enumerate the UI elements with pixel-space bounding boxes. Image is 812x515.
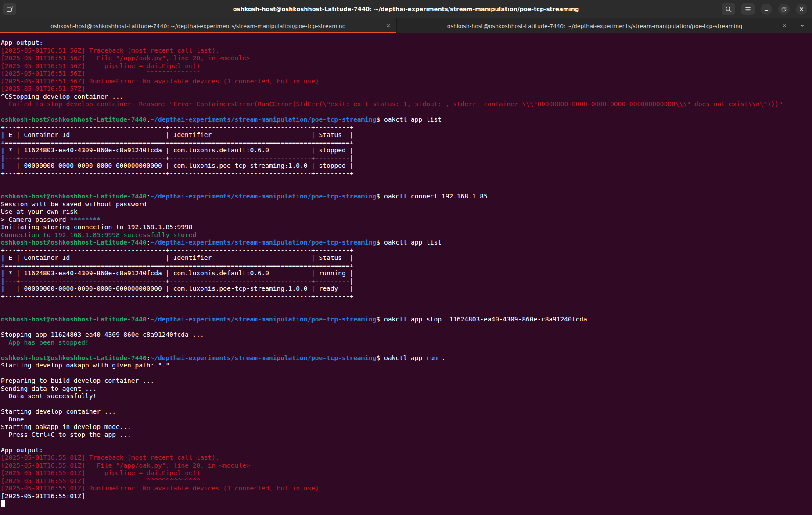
terminal-line	[1, 185, 811, 193]
terminal-output[interactable]: App output:[2025-05-01T16:51:56Z] Traceb…	[0, 33, 812, 515]
terminal-line: +---+-----------------------------------…	[1, 247, 811, 255]
terminal-line	[1, 108, 811, 116]
terminal-text: Preparing to build develop container ...	[1, 377, 154, 384]
terminal-line: Starting develop oakapp with given path:…	[1, 362, 811, 370]
terminal-line: [2025-05-01T16:55:01Z] pipeline = dai.Pi…	[1, 469, 811, 477]
tab-list-button[interactable]	[793, 18, 812, 33]
terminal-line: Data sent successfully!	[1, 393, 811, 400]
terminal-line: App has been stopped!	[1, 339, 811, 347]
terminal-text: |---+-----------------------------------…	[1, 277, 353, 285]
terminal-text: [2025-05-01T16:55:01Z] File "/app/oak.py…	[1, 462, 250, 469]
tab-title: oshkosh-host@oshkoshhost-Latitude-7440: …	[50, 23, 345, 29]
terminal-text: [2025-05-01T16:51:56Z] Traceback (most r…	[1, 47, 219, 54]
terminal-line: oshkosh-host@oshkoshhost-Latitude-7440:~…	[1, 354, 811, 362]
tab-terminal-1[interactable]: oshkosh-host@oshkoshhost-Latitude-7440: …	[0, 18, 396, 33]
terminal-text: ~/depthai-experiments/stream-manipulatio…	[150, 239, 376, 246]
chevron-down-icon	[799, 22, 806, 30]
terminal-line: [2025-05-01T16:55:01Z] File "/app/oak.py…	[1, 462, 811, 470]
terminal-text: ~/depthai-experiments/stream-manipulatio…	[150, 354, 376, 361]
terminal-text: [2025-05-01T16:55:01Z]	[1, 493, 85, 500]
terminal-line: Use at your own risk	[1, 208, 811, 216]
terminal-line: Starting oakapp in develop mode...	[1, 423, 811, 431]
terminal-line: [2025-05-01T16:51:56Z] pipeline = dai.Pi…	[1, 62, 811, 70]
terminal-line: App output:	[1, 39, 811, 47]
terminal-text: | * | 11624803-ea40-4309-860e-c8a91240fc…	[1, 270, 353, 277]
terminal-line: | | 00000000-0000-0000-0000-000000000000…	[1, 285, 811, 293]
restore-button[interactable]	[778, 4, 790, 15]
terminal-text: |---+-----------------------------------…	[1, 155, 353, 162]
terminal-line	[1, 370, 811, 378]
menu-button[interactable]	[741, 3, 755, 15]
terminal-text: [2025-05-01T16:55:01Z] pipeline = dai.Pi…	[1, 469, 200, 476]
terminal-text: +---+-----------------------------------…	[1, 247, 353, 254]
terminal-text: [2025-05-01T16:55:01Z] ^^^^^^^^^^^^^^	[1, 477, 200, 484]
terminal-line: Initiating storing connection to 192.168…	[1, 223, 811, 231]
terminal-line: +---+-----------------------------------…	[1, 124, 811, 132]
tabbar: oshkosh-host@oshkoshhost-Latitude-7440: …	[0, 18, 812, 33]
tab-terminal-2[interactable]: oshkosh-host@oshkoshhost-Latitude-7440: …	[397, 18, 793, 33]
terminal-line: | * | 11624803-ea40-4309-860e-c8a91240fc…	[1, 147, 811, 155]
terminal-text: [2025-05-01T16:51:57Z]	[1, 85, 85, 92]
terminal-line: oshkosh-host@oshkoshhost-Latitude-7440:~…	[1, 316, 811, 324]
terminal-line	[1, 177, 811, 185]
terminal-line: [2025-05-01T16:51:56Z] Traceback (most r…	[1, 47, 811, 55]
terminal-line: Press Ctrl+C to stop the app ...	[1, 431, 811, 439]
terminal-text: Starting oakapp in develop mode...	[1, 423, 131, 430]
terminal-text: oshkosh-host@oshkoshhost-Latitude-7440	[1, 354, 147, 361]
terminal-line: [2025-05-01T16:51:56Z] RuntimeError: No …	[1, 78, 811, 86]
terminal-text: $ oakctl connect 192.168.1.85	[377, 193, 488, 200]
terminal-text: Press Ctrl+C to stop the app ...	[1, 431, 131, 438]
headerbar: oshkosh-host@oshkoshhost-Latitude-7440: …	[0, 0, 812, 18]
terminal-line: Failed to stop develop container. Reason…	[1, 101, 811, 108]
terminal-line: [2025-05-01T16:55:01Z] ^^^^^^^^^^^^^^	[1, 477, 811, 485]
search-icon	[725, 6, 732, 13]
tab-title: oshkosh-host@oshkoshhost-Latitude-7440: …	[447, 23, 742, 29]
terminal-line: ^CStopping develop container ...	[1, 93, 811, 101]
terminal-line	[1, 300, 811, 308]
terminal-text: Session will be saved without password	[1, 201, 147, 208]
terminal-line: [2025-05-01T16:51:56Z] File "/app/oak.py…	[1, 54, 811, 62]
terminal-text: $ oakctl app run .	[377, 354, 446, 361]
terminal-line: Preparing to build develop container ...	[1, 377, 811, 385]
terminal-line: +---+-----------------------------------…	[1, 170, 811, 178]
terminal-line	[1, 324, 811, 331]
terminal-text: oshkosh-host@oshkoshhost-Latitude-7440	[1, 239, 147, 246]
terminal-text: Data sent successfully!	[1, 393, 97, 400]
close-icon	[798, 6, 805, 13]
terminal-text: Sending data to agent ...	[1, 385, 97, 392]
terminal-line	[1, 346, 811, 354]
terminal-text: Initiating storing connection to 192.168…	[1, 223, 193, 230]
terminal-text: Connection to 192.168.1.85:9998 successf…	[1, 231, 196, 238]
close-button[interactable]	[796, 4, 807, 15]
terminal-text: +---+-----------------------------------…	[1, 124, 353, 131]
terminal-line	[1, 500, 811, 508]
terminal-text: oshkosh-host@oshkoshhost-Latitude-7440	[1, 316, 147, 323]
window-title: oshkosh-host@oshkoshhost-Latitude-7440: …	[88, 6, 724, 12]
terminal-text: | E | Container Id | Identifier | Status…	[1, 254, 353, 261]
tab-close-button[interactable]: ×	[781, 18, 788, 33]
terminal-line: | * | 11624803-ea40-4309-860e-c8a91240fc…	[1, 270, 811, 277]
terminal-text: ~/depthai-experiments/stream-manipulatio…	[150, 193, 376, 200]
search-button[interactable]	[722, 3, 735, 15]
close-icon: ×	[783, 22, 787, 29]
terminal-text: $ oakctl app stop 11624803-ea40-4309-860…	[377, 316, 587, 323]
terminal-text: +---+-----------------------------------…	[1, 293, 353, 300]
terminal-line: [2025-05-01T16:51:56Z] ^^^^^^^^^^^^^^	[1, 70, 811, 78]
terminal-line: | E | Container Id | Identifier | Status…	[1, 131, 811, 139]
terminal-text: $ oakctl app list	[377, 116, 442, 123]
new-tab-button[interactable]	[3, 3, 16, 15]
terminal-text: | E | Container Id | Identifier | Status…	[1, 131, 353, 138]
terminal-text: > Camera password	[1, 216, 70, 223]
terminal-line: Session will be saved without password	[1, 201, 811, 209]
terminal-window: oshkosh-host@oshkoshhost-Latitude-7440: …	[0, 0, 812, 515]
terminal-text: $ oakctl app list	[377, 239, 442, 246]
terminal-text: App has been stopped!	[1, 339, 89, 346]
minimize-button[interactable]	[761, 4, 772, 15]
new-tab-icon	[6, 5, 14, 13]
terminal-line: Starting develop container ...	[1, 408, 811, 416]
terminal-line: Done	[1, 416, 811, 424]
terminal-text: Failed to stop develop container. Reason…	[1, 101, 783, 108]
tab-close-button[interactable]: ×	[384, 18, 392, 33]
terminal-line: +---+-----------------------------------…	[1, 293, 811, 301]
terminal-line: oshkosh-host@oshkoshhost-Latitude-7440:~…	[1, 116, 811, 124]
